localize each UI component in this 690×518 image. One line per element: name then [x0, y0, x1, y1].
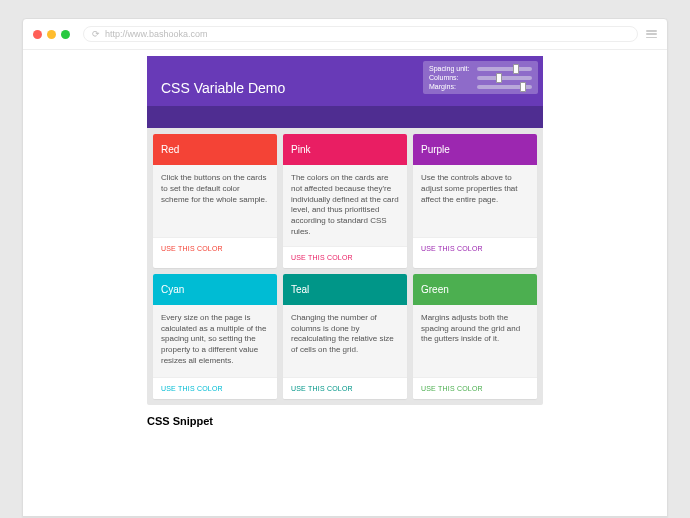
slider-columns-thumb[interactable]	[496, 73, 502, 83]
card-title: Purple	[413, 134, 537, 165]
refresh-icon[interactable]: ⟳	[92, 29, 100, 39]
card-body: Margins adjusts both the spacing around …	[413, 305, 537, 377]
card-teal: TealChanging the number of columns is do…	[283, 274, 407, 399]
use-this-color-button[interactable]: USE THIS COLOR	[413, 377, 537, 399]
use-this-color-button[interactable]: USE THIS COLOR	[153, 377, 277, 399]
card-body: Click the buttons on the cards to set th…	[153, 165, 277, 237]
demo-header: CSS Variable Demo Spacing unit: Columns:	[147, 56, 543, 106]
slider-columns[interactable]	[477, 76, 532, 80]
browser-window: ⟳ http://www.bashooka.com CSS Variable D…	[22, 18, 668, 517]
card-title: Cyan	[153, 274, 277, 305]
use-this-color-button[interactable]: USE THIS COLOR	[283, 377, 407, 399]
controls-panel: Spacing unit: Columns: Margins:	[423, 61, 538, 94]
card-pink: PinkThe colors on the cards are not affe…	[283, 134, 407, 268]
card-body: Changing the number of columns is done b…	[283, 305, 407, 377]
card-cyan: CyanEvery size on the page is calculated…	[153, 274, 277, 399]
card-green: GreenMargins adjusts both the spacing ar…	[413, 274, 537, 399]
control-columns: Columns:	[429, 74, 532, 81]
page-content: CSS Variable Demo Spacing unit: Columns:	[23, 50, 667, 516]
card-title: Pink	[283, 134, 407, 165]
control-margins-label: Margins:	[429, 83, 475, 90]
card-title: Green	[413, 274, 537, 305]
card-title: Red	[153, 134, 277, 165]
card-body: The colors on the cards are not affected…	[283, 165, 407, 246]
card-title: Teal	[283, 274, 407, 305]
use-this-color-button[interactable]: USE THIS COLOR	[153, 237, 277, 259]
window-max-dot[interactable]	[61, 30, 70, 39]
card-red: RedClick the buttons on the cards to set…	[153, 134, 277, 268]
demo-accent-band	[147, 106, 543, 128]
window-close-dot[interactable]	[33, 30, 42, 39]
use-this-color-button[interactable]: USE THIS COLOR	[283, 246, 407, 268]
demo-container: CSS Variable Demo Spacing unit: Columns:	[147, 56, 543, 405]
slider-margins[interactable]	[477, 85, 532, 89]
control-columns-label: Columns:	[429, 74, 475, 81]
control-margins: Margins:	[429, 83, 532, 90]
card-purple: PurpleUse the controls above to adjust s…	[413, 134, 537, 268]
control-spacing: Spacing unit:	[429, 65, 532, 72]
use-this-color-button[interactable]: USE THIS COLOR	[413, 237, 537, 259]
menu-icon[interactable]	[646, 30, 657, 38]
url-bar[interactable]: ⟳ http://www.bashooka.com	[83, 26, 638, 42]
card-grid: RedClick the buttons on the cards to set…	[147, 128, 543, 405]
section-heading: CSS Snippet	[147, 415, 543, 427]
slider-margins-thumb[interactable]	[520, 82, 526, 92]
slider-spacing-thumb[interactable]	[513, 64, 519, 74]
window-min-dot[interactable]	[47, 30, 56, 39]
control-spacing-label: Spacing unit:	[429, 65, 475, 72]
browser-chrome: ⟳ http://www.bashooka.com	[23, 19, 667, 50]
card-body: Every size on the page is calculated as …	[153, 305, 277, 377]
url-text: http://www.bashooka.com	[105, 29, 208, 39]
card-body: Use the controls above to adjust some pr…	[413, 165, 537, 237]
slider-spacing[interactable]	[477, 67, 532, 71]
